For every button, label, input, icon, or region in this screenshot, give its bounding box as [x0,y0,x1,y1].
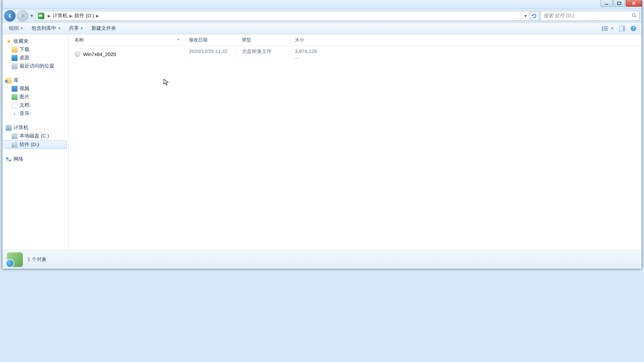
minimize-button[interactable] [601,0,613,7]
svg-rect-10 [623,26,625,31]
star-icon: ★ [6,38,12,44]
sidebar-pictures[interactable]: 图片 [4,93,67,101]
svg-rect-4 [604,26,608,27]
recent-icon [12,63,18,69]
address-bar[interactable]: ▶ 计算机 ▶ 软件 (D:) ▶ ▾ [35,11,539,21]
column-label: 修改日期 [189,37,207,42]
svg-rect-5 [602,28,603,29]
chevron-down-icon: ▼ [58,26,61,30]
chevron-down-icon: ▼ [20,26,23,30]
sidebar: ★ 收藏夹 下载 桌面 最近访问的位置 [2,34,69,250]
sidebar-label: 软件 (D:) [20,141,39,148]
breadcrumb-drive[interactable]: 软件 (D:) [74,13,94,19]
sidebar-label: 库 [14,77,19,83]
include-label: 包含到库中 [31,25,56,31]
view-mode-button[interactable]: ▼ [600,25,616,32]
music-icon: ♪ [12,111,18,117]
sidebar-computer[interactable]: 计算机 [4,124,67,132]
svg-point-2 [632,14,635,17]
file-type: 光盘映像文件 [237,47,290,61]
picture-icon [12,94,18,100]
column-header-name[interactable]: 名称 ▲ [69,36,184,44]
share-label: 共享 [69,25,79,31]
svg-text:?: ? [632,26,634,31]
toolbar: 组织 ▼ 包含到库中 ▼ 共享 ▼ 新建文件夹 ▼ ? [2,23,642,34]
include-in-library-button[interactable]: 包含到库中 ▼ [28,24,64,33]
file-date: 2020/12/25 11:32 [184,47,237,61]
sidebar-music[interactable]: ♪ 音乐 [4,109,67,118]
close-button[interactable] [626,0,642,7]
column-header-size[interactable]: 大小 [290,36,327,44]
window-controls [600,0,642,7]
share-button[interactable]: 共享 ▼ [66,24,87,33]
computer-icon [6,125,12,131]
sidebar-label: 视频 [20,85,29,92]
chevron-down-icon: ▼ [80,26,83,30]
svg-rect-1 [618,2,621,5]
drive-large-icon [7,252,23,267]
newfolder-label: 新建文件夹 [91,25,116,31]
svg-rect-0 [605,4,608,5]
file-size: 3,874,126 ... [290,47,327,61]
drive-icon [12,133,18,139]
column-header-type[interactable]: 类型 [237,36,290,44]
sidebar-desktop[interactable]: 桌面 [4,54,67,62]
sidebar-label: 收藏夹 [14,38,28,44]
breadcrumb-separator-icon[interactable]: ▶ [94,14,101,18]
status-bar: 1 个对象 [2,250,642,269]
title-bar [2,0,642,9]
back-button[interactable] [4,10,16,22]
search-icon [631,13,637,19]
svg-rect-13 [6,157,8,159]
sidebar-libraries[interactable]: 库 [4,76,67,84]
svg-rect-6 [604,28,608,29]
sidebar-videos[interactable]: 视频 [4,84,67,93]
chevron-down-icon: ▼ [611,26,614,30]
sidebar-label: 音乐 [20,110,29,117]
breadcrumb-separator-icon[interactable]: ▶ [68,14,74,18]
nav-history-dropdown[interactable]: ▾ [29,13,34,19]
organize-button[interactable]: 组织 ▼ [6,24,27,33]
svg-rect-3 [602,26,603,27]
search-placeholder: 搜索 软件 (D:) [543,13,574,19]
sidebar-downloads[interactable]: 下载 [4,45,67,54]
drive-icon [38,13,44,19]
sidebar-network[interactable]: 网络 [4,155,67,163]
breadcrumb-computer[interactable]: 计算机 [53,13,68,19]
sidebar-label: 桌面 [20,55,29,61]
sort-asc-icon: ▲ [177,37,180,41]
file-name: Win7x64_2020 [83,51,116,57]
help-button[interactable]: ? [628,24,638,33]
drive-icon [12,142,18,148]
refresh-button[interactable] [529,11,538,21]
sidebar-label: 最近访问的位置 [20,63,54,69]
sidebar-drive-d[interactable]: 软件 (D:) [4,140,67,149]
column-label: 类型 [242,37,251,42]
sidebar-drive-c[interactable]: 本地磁盘 (C:) [4,132,67,140]
maximize-button[interactable] [613,0,625,7]
svg-rect-7 [602,30,603,31]
video-icon [12,86,18,92]
sidebar-favorites[interactable]: ★ 收藏夹 [4,37,67,45]
file-row[interactable]: Win7x64_2020 2020/12/25 11:32 光盘映像文件 3,8… [69,46,642,62]
library-icon [6,78,12,83]
sidebar-label: 下载 [20,46,29,53]
new-folder-button[interactable]: 新建文件夹 [88,24,119,33]
column-header-date[interactable]: 修改日期 [184,36,237,44]
mouse-cursor-icon [163,79,169,88]
sidebar-recent[interactable]: 最近访问的位置 [4,62,67,70]
svg-rect-8 [604,30,608,30]
forward-button[interactable] [17,10,28,22]
search-input[interactable]: 搜索 软件 (D:) [540,11,640,21]
sidebar-documents[interactable]: 文档 [4,101,67,109]
network-icon [6,156,12,162]
address-dropdown-icon[interactable]: ▾ [521,11,529,21]
folder-icon [12,47,18,53]
desktop-icon [12,55,18,61]
organize-label: 组织 [9,25,19,31]
column-label: 名称 [74,37,84,42]
document-icon [12,102,18,108]
preview-pane-button[interactable] [617,25,627,32]
status-count: 1 个对象 [27,256,47,263]
nav-row: ▾ ▶ 计算机 ▶ 软件 (D:) ▶ ▾ 搜索 软件 (D:) [2,9,642,23]
